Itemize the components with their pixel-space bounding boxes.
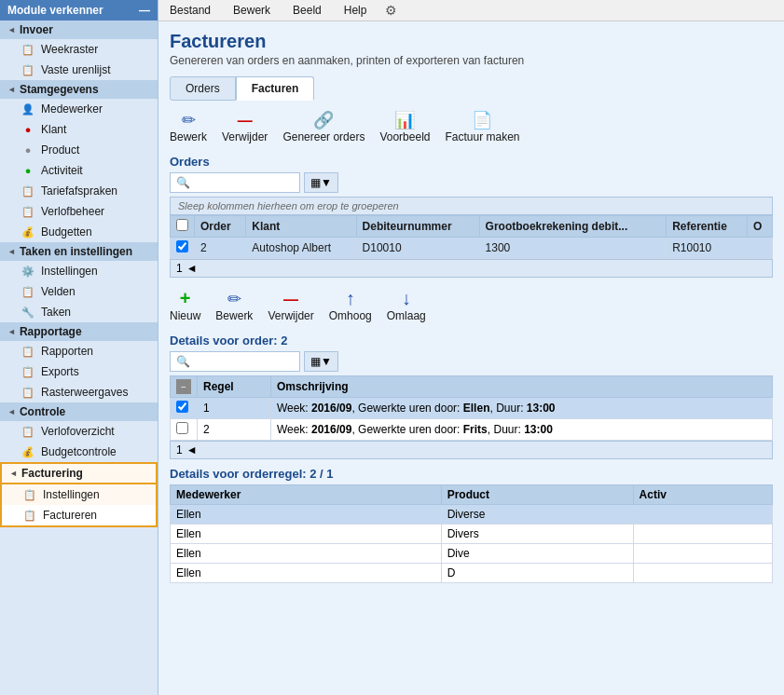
details-col-regel: Regel <box>198 376 271 398</box>
delete-icon: — <box>238 114 253 129</box>
bewerk-button[interactable]: ✏ Bewerk <box>170 112 207 143</box>
tab-orders[interactable]: Orders <box>170 76 236 101</box>
sidebar-item-vaste-urenlijst[interactable]: 📋 Vaste urenlijst <box>0 60 158 80</box>
genereer-orders-button[interactable]: 🔗 Genereer orders <box>282 112 364 143</box>
row-checkbox-cell <box>171 419 198 441</box>
sidebar-item-exports[interactable]: 📋 Exports <box>0 361 158 382</box>
tab-facturen[interactable]: Facturen <box>236 76 315 101</box>
row-checkbox[interactable] <box>176 422 188 434</box>
down-arrow-icon: ↓ <box>402 289 411 307</box>
row-product: Divers <box>441 525 633 544</box>
sidebar-item-budgetcontrole[interactable]: 💰 Budgetcontrole <box>0 442 158 462</box>
omhoog-button[interactable]: ↑ Omhoog <box>329 289 372 322</box>
orders-search-input[interactable] <box>170 172 300 193</box>
filter-icon: ▦▼ <box>310 355 332 368</box>
nieuw-button[interactable]: + Nieuw <box>170 289 200 322</box>
row-activ <box>633 525 772 544</box>
table-row[interactable]: 2 Autoshop Albert D10010 1300 R10010 <box>171 238 773 259</box>
table-row[interactable]: Ellen Dive <box>171 544 773 564</box>
row-checkbox[interactable] <box>176 401 188 413</box>
row-other <box>747 238 772 259</box>
edit-icon: ✏ <box>227 291 241 307</box>
sidebar-item-instellingen[interactable]: ⚙️ Instellingen <box>0 261 158 281</box>
table-row[interactable]: Ellen Divers <box>171 525 773 544</box>
details-search-input[interactable] <box>170 351 300 372</box>
sidebar-item-medewerker[interactable]: 👤 Medewerker <box>0 99 158 119</box>
menu-beeld[interactable]: Beeld <box>289 2 325 19</box>
voorbeeld-button[interactable]: 📊 Voorbeeld <box>379 112 430 143</box>
table-row[interactable]: 1 Week: 2016/09, Gewerkte uren door: Ell… <box>171 398 773 419</box>
gear-icon: ⚙️ <box>21 264 35 279</box>
sidebar-item-product[interactable]: ● Product <box>0 140 158 160</box>
sidebar-minimize-icon[interactable]: — <box>139 4 150 17</box>
row-product: D <box>441 564 633 583</box>
table-row[interactable]: Ellen D <box>171 564 773 583</box>
orderregel-section-title: Details voor orderregel: 2 / 1 <box>170 467 773 481</box>
sidebar-item-budgetten[interactable]: 💰 Budgetten <box>0 222 158 242</box>
sidebar-section-rapportage: Rapportage <box>0 322 158 341</box>
person-icon: 👤 <box>21 102 35 116</box>
sidebar-item-factureren[interactable]: 📋 Factureren <box>0 505 158 527</box>
minus-button[interactable]: − <box>176 379 191 394</box>
select-all-checkbox[interactable] <box>176 219 188 231</box>
main-content: Bestand Bewerk Beeld Help ⚙ Factureren G… <box>158 0 784 695</box>
sidebar-item-tariefafspraken[interactable]: 📋 Tariefafspraken <box>0 181 158 201</box>
orders-table: Order Klant Debiteurnummer Grootboekreke… <box>170 215 773 259</box>
filter-icon: ▦▼ <box>310 176 332 189</box>
page-indicator: 1 <box>176 262 183 275</box>
row-product: Dive <box>441 544 633 564</box>
wrench-icon: 🔧 <box>21 305 35 320</box>
sidebar-item-verlofoverzicht[interactable]: 📋 Verlofoverzicht <box>0 421 158 442</box>
row-checkbox[interactable] <box>176 240 188 252</box>
sidebar-item-taken[interactable]: 🔧 Taken <box>0 302 158 322</box>
orderregel-col-medewerker: Medewerker <box>171 485 442 505</box>
table-row[interactable]: Ellen Diverse <box>171 505 773 525</box>
row-debiteurnummer: D10010 <box>356 238 479 259</box>
table-icon: 📋 <box>22 508 37 523</box>
details-section-title: Details voor order: 2 <box>170 334 773 348</box>
sidebar-item-verlofbeheer[interactable]: 📋 Verlofbeheer <box>0 201 158 222</box>
group-hint: Sleep kolommen hierheen om erop te groep… <box>170 197 773 215</box>
menubar: Bestand Bewerk Beeld Help ⚙ <box>158 0 784 21</box>
details-verwijder-button[interactable]: — Verwijder <box>268 293 313 322</box>
row-omschrijving: Week: 2016/09, Gewerkte uren door: Frits… <box>270 419 772 441</box>
sidebar-section-facturering: Facturering <box>0 462 158 484</box>
details-col-omschrijving: Omschrijving <box>270 376 772 398</box>
col-order: Order <box>195 216 246 238</box>
main-toolbar: ✏ Bewerk — Verwijder 🔗 Genereer orders 📊… <box>170 108 773 147</box>
row-grootboek: 1300 <box>479 238 667 259</box>
sidebar-item-activiteit[interactable]: ● Activiteit <box>0 160 158 181</box>
scroll-left-icon[interactable]: ◄ <box>186 262 198 275</box>
sidebar-title: Module verkenner <box>7 4 103 17</box>
menu-help[interactable]: Help <box>340 2 371 19</box>
details-col-minus: − <box>171 376 198 398</box>
orders-section-title: Orders <box>170 155 773 169</box>
page-title: Factureren <box>170 31 773 52</box>
orders-filter-button[interactable]: ▦▼ <box>304 172 338 193</box>
sidebar-item-klant[interactable]: ● Klant <box>0 119 158 140</box>
table-row[interactable]: 2 Week: 2016/09, Gewerkte uren door: Fri… <box>171 419 773 441</box>
scroll-left-icon[interactable]: ◄ <box>186 443 198 457</box>
col-checkbox <box>171 216 195 238</box>
settings-icon[interactable]: ⚙ <box>385 3 397 18</box>
table-icon: 📋 <box>21 62 35 77</box>
menu-bestand[interactable]: Bestand <box>166 2 214 19</box>
sidebar-header: Module verkenner — <box>0 0 158 20</box>
sidebar-item-weekraster[interactable]: 📋 Weekraster <box>0 39 158 60</box>
details-bewerk-button[interactable]: ✏ Bewerk <box>215 291 253 322</box>
menu-bewerk[interactable]: Bewerk <box>229 2 274 19</box>
sidebar-item-facturering-instellingen[interactable]: 📋 Instellingen <box>0 484 158 505</box>
verwijder-button[interactable]: — Verwijder <box>222 114 268 143</box>
page-subtitle: Genereren van orders en aanmaken, printe… <box>170 54 773 67</box>
details-filter-button[interactable]: ▦▼ <box>304 351 338 372</box>
row-activ <box>633 544 772 564</box>
table-icon: 📋 <box>21 184 35 198</box>
row-klant: Autoshop Albert <box>246 238 356 259</box>
row-activ <box>633 564 772 583</box>
sidebar-item-velden[interactable]: 📋 Velden <box>0 281 158 302</box>
sidebar-item-rapporten[interactable]: 📋 Rapporten <box>0 341 158 361</box>
sidebar-item-rasterweergaves[interactable]: 📋 Rasterweergaves <box>0 382 158 402</box>
omlaag-button[interactable]: ↓ Omlaag <box>387 289 426 322</box>
factuur-maken-button[interactable]: 📄 Factuur maken <box>445 112 519 143</box>
link-icon: 🔗 <box>313 112 334 129</box>
